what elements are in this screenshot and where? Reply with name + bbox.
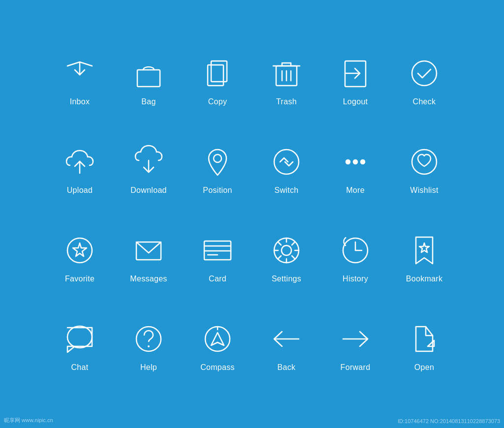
settings-icon — [269, 233, 304, 268]
svg-marker-21 — [73, 243, 87, 256]
icon-item-back[interactable]: Back — [252, 307, 321, 386]
bookmark-label: Bookmark — [406, 275, 442, 283]
inbox-icon — [63, 56, 97, 91]
switch-icon — [269, 145, 304, 179]
svg-point-18 — [361, 160, 365, 164]
wishlist-icon — [407, 145, 441, 179]
icon-item-messages[interactable]: Messages — [114, 219, 183, 298]
chat-icon — [63, 322, 97, 356]
wishlist-label: Wishlist — [410, 186, 439, 195]
logout-icon — [338, 56, 373, 91]
watermark-left: 昵享网 www.nipic.cn — [4, 417, 53, 424]
check-label: Check — [413, 97, 436, 106]
more-label: More — [346, 186, 365, 195]
svg-point-15 — [274, 150, 299, 174]
chat-label: Chat — [71, 363, 89, 372]
watermark-right: ID:10746472 NO:20140813110228873073 — [398, 418, 500, 424]
settings-label: Settings — [272, 275, 301, 283]
svg-point-19 — [412, 150, 437, 174]
help-label: Help — [140, 363, 157, 372]
back-icon — [269, 322, 304, 356]
help-icon — [131, 322, 166, 356]
icon-item-favorite[interactable]: Favorite — [45, 219, 114, 298]
trash-icon — [269, 56, 304, 91]
icon-item-history[interactable]: History — [321, 219, 390, 298]
favorite-label: Favorite — [65, 275, 94, 283]
card-label: Card — [209, 275, 226, 283]
svg-point-11 — [412, 61, 437, 86]
svg-point-20 — [67, 238, 92, 263]
icon-item-upload[interactable]: Upload — [45, 130, 114, 209]
logout-label: Logout — [343, 97, 368, 106]
upload-icon — [63, 145, 97, 179]
svg-point-28 — [282, 245, 291, 255]
bag-label: Bag — [141, 97, 156, 106]
favorite-icon — [63, 233, 97, 268]
history-icon — [338, 233, 373, 268]
svg-point-17 — [353, 160, 357, 164]
icon-item-settings[interactable]: Settings — [252, 219, 321, 298]
icon-item-open[interactable]: Open — [390, 307, 459, 386]
icon-item-card[interactable]: Card — [183, 219, 252, 298]
icon-item-bag[interactable]: Bag — [114, 42, 183, 121]
icon-item-bookmark[interactable]: Bookmark — [390, 219, 459, 298]
svg-marker-38 — [419, 243, 429, 252]
bookmark-icon — [407, 233, 441, 268]
switch-label: Switch — [275, 186, 299, 195]
download-label: Download — [130, 186, 167, 195]
compass-icon — [200, 322, 235, 356]
icon-item-switch[interactable]: Switch — [252, 130, 321, 209]
svg-point-39 — [67, 326, 92, 348]
compass-label: Compass — [200, 363, 235, 372]
icon-item-forward[interactable]: Forward — [321, 307, 390, 386]
copy-icon — [200, 56, 235, 91]
svg-line-36 — [278, 256, 281, 259]
svg-point-41 — [148, 345, 150, 347]
open-icon — [407, 322, 441, 356]
upload-label: Upload — [67, 186, 93, 195]
forward-label: Forward — [341, 363, 371, 372]
svg-point-14 — [214, 154, 221, 162]
svg-rect-1 — [137, 70, 160, 87]
icon-item-help[interactable]: Help — [114, 307, 183, 386]
back-label: Back — [278, 363, 296, 372]
card-icon — [200, 233, 235, 268]
icon-item-more[interactable]: More — [321, 130, 390, 209]
more-icon — [338, 145, 373, 179]
position-icon — [200, 145, 235, 179]
download-icon — [131, 145, 166, 179]
icon-item-check[interactable]: Check — [390, 42, 459, 121]
copy-label: Copy — [208, 97, 227, 106]
svg-line-35 — [292, 242, 295, 245]
trash-label: Trash — [276, 97, 297, 106]
svg-line-33 — [278, 242, 281, 245]
icon-grid: Inbox Bag Copy Trash — [45, 37, 459, 391]
history-label: History — [343, 275, 368, 283]
svg-rect-3 — [208, 65, 223, 86]
icon-item-compass[interactable]: Compass — [183, 307, 252, 386]
svg-rect-2 — [211, 61, 227, 82]
icon-item-chat[interactable]: Chat — [45, 307, 114, 386]
open-label: Open — [414, 363, 434, 372]
inbox-label: Inbox — [70, 97, 90, 106]
icon-item-copy[interactable]: Copy — [183, 42, 252, 121]
svg-point-16 — [346, 160, 350, 164]
icon-item-inbox[interactable]: Inbox — [45, 42, 114, 121]
svg-line-34 — [292, 256, 295, 259]
messages-icon — [131, 233, 166, 268]
icon-item-download[interactable]: Download — [114, 130, 183, 209]
icon-item-wishlist[interactable]: Wishlist — [390, 130, 459, 209]
svg-point-42 — [205, 327, 230, 351]
check-icon — [407, 56, 441, 91]
position-label: Position — [203, 186, 232, 195]
messages-label: Messages — [130, 275, 167, 283]
forward-icon — [338, 322, 373, 356]
icon-item-logout[interactable]: Logout — [321, 42, 390, 121]
bag-icon — [131, 56, 166, 91]
icon-item-trash[interactable]: Trash — [252, 42, 321, 121]
icon-item-position[interactable]: Position — [183, 130, 252, 209]
